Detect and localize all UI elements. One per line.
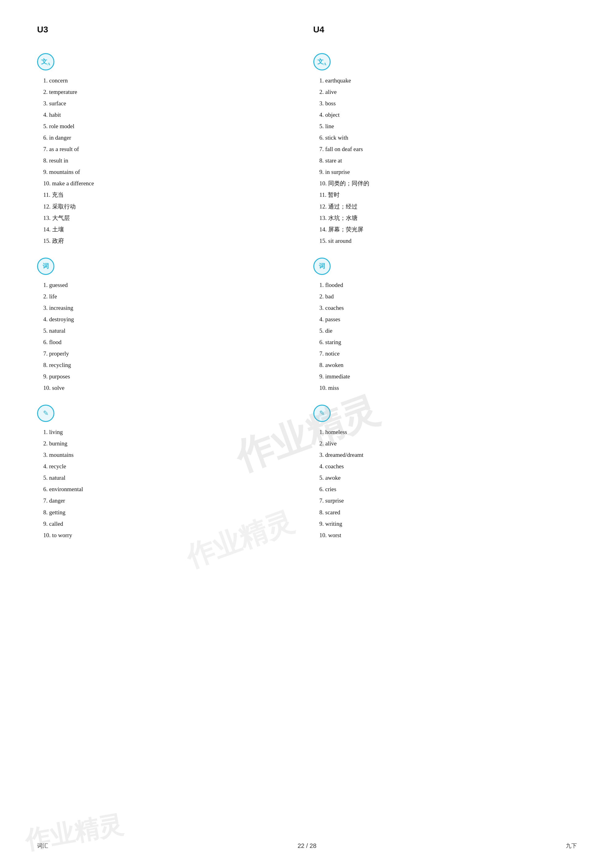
u4-wen-icon-wrapper: 文A: [313, 53, 565, 73]
u4-wen-icon-label: 文A: [317, 57, 326, 67]
list-item: 7. properly: [43, 348, 288, 359]
footer-pagination: 22 / 28: [298, 842, 316, 849]
u3-wen-icon-wrapper: 文A: [37, 53, 288, 73]
u4-ci-icon-wrapper: 词: [313, 257, 565, 277]
u3-write-section: ✎ 1. living 2. burning 3. mountains 4. r…: [37, 405, 288, 541]
u4-ci-icon: 词: [313, 257, 331, 275]
u3-wen-icon-label: 文A: [41, 57, 50, 67]
u4-column: 文A 1. earthquake 2. alive 3. boss 4. obj…: [301, 53, 577, 552]
u3-column: 文A 1. concern 2. temperature 3. surface …: [37, 53, 301, 552]
footer-grade: 九下: [566, 842, 577, 849]
list-item: 6. in danger: [43, 132, 288, 143]
u3-write-icon-label: ✎: [43, 409, 48, 417]
u4-wen-icon: 文A: [313, 53, 331, 70]
u4-ci-icon-label: 词: [319, 262, 325, 270]
main-columns: 文A 1. concern 2. temperature 3. surface …: [37, 53, 577, 552]
u4-wen-section: 文A 1. earthquake 2. alive 3. boss 4. obj…: [313, 53, 565, 246]
list-item: 6. stick with: [319, 132, 565, 143]
list-item: 5. die: [319, 325, 565, 336]
list-item: 3. mountains: [43, 449, 288, 460]
list-item: 2. bad: [319, 291, 565, 302]
header-row: U3 U4: [37, 25, 577, 47]
watermark-bottom: 作业精灵: [23, 808, 126, 858]
list-item: 11. 暂时: [319, 189, 565, 200]
footer-label: 词汇: [37, 842, 48, 849]
list-item: 3. coaches: [319, 302, 565, 313]
u3-wen-section: 文A 1. concern 2. temperature 3. surface …: [37, 53, 288, 246]
list-item: 2. burning: [43, 438, 288, 449]
list-item: 14. 土壤: [43, 224, 288, 235]
list-item: 6. staring: [319, 336, 565, 348]
list-item: 1. concern: [43, 75, 288, 86]
u3-ci-icon-wrapper: 词: [37, 257, 288, 277]
list-item: 6. cries: [319, 484, 565, 495]
u3-write-list: 1. living 2. burning 3. mountains 4. rec…: [37, 426, 288, 541]
list-item: 4. object: [319, 109, 565, 121]
list-item: 10. miss: [319, 382, 565, 394]
list-item: 3. dreamed/dreamt: [319, 449, 565, 460]
list-item: 9. in surprise: [319, 166, 565, 178]
list-item: 11. 充当: [43, 189, 288, 200]
u4-ci-list: 1. flooded 2. bad 3. coaches 4. passes 5…: [313, 279, 565, 394]
list-item: 1. guessed: [43, 279, 288, 291]
list-item: 1. flooded: [319, 279, 565, 291]
u4-write-section: ✎ 1. homeless 2. alive 3. dreamed/dreamt…: [313, 405, 565, 541]
list-item: 9. writing: [319, 518, 565, 529]
list-item: 8. awoken: [319, 359, 565, 370]
list-item: 8. stare at: [319, 155, 565, 166]
list-item: 5. natural: [43, 472, 288, 484]
list-item: 1. earthquake: [319, 75, 565, 86]
list-item: 4. destroying: [43, 313, 288, 325]
list-item: 9. purposes: [43, 370, 288, 382]
list-item: 10. worst: [319, 529, 565, 541]
list-item: 10. make a difference: [43, 178, 288, 189]
u4-write-icon-label: ✎: [319, 409, 325, 417]
list-item: 7. as a result of: [43, 143, 288, 155]
list-item: 7. danger: [43, 495, 288, 506]
list-item: 15. 政府: [43, 235, 288, 246]
u3-ci-list: 1. guessed 2. life 3. increasing 4. dest…: [37, 279, 288, 394]
list-item: 4. coaches: [319, 460, 565, 472]
list-item: 5. line: [319, 121, 565, 132]
list-item: 10. 同类的；同伴的: [319, 178, 565, 189]
list-item: 14. 屏幕；荧光屏: [319, 224, 565, 235]
list-item: 12. 通过；经过: [319, 201, 565, 212]
list-item: 4. passes: [319, 313, 565, 325]
list-item: 2. temperature: [43, 86, 288, 98]
list-item: 1. living: [43, 426, 288, 438]
u4-write-icon: ✎: [313, 405, 331, 422]
list-item: 15. sit around: [319, 235, 565, 246]
u3-ci-icon-label: 词: [43, 262, 49, 270]
u4-ci-section: 词 1. flooded 2. bad 3. coaches 4. passes…: [313, 257, 565, 394]
list-item: 8. getting: [43, 507, 288, 518]
list-item: 13. 大气层: [43, 212, 288, 224]
list-item: 10. to worry: [43, 529, 288, 541]
list-item: 6. environmental: [43, 484, 288, 495]
list-item: 3. surface: [43, 98, 288, 109]
list-item: 7. notice: [319, 348, 565, 359]
u3-ci-icon: 词: [37, 257, 54, 275]
list-item: 2. life: [43, 291, 288, 302]
u3-title: U3: [37, 25, 301, 35]
u4-title: U4: [313, 25, 577, 35]
list-item: 9. immediate: [319, 370, 565, 382]
list-item: 3. boss: [319, 98, 565, 109]
list-item: 8. recycling: [43, 359, 288, 370]
list-item: 7. surprise: [319, 495, 565, 506]
list-item: 2. alive: [319, 438, 565, 449]
u3-ci-section: 词 1. guessed 2. life 3. increasing 4. de…: [37, 257, 288, 394]
list-item: 12. 采取行动: [43, 201, 288, 212]
list-item: 2. alive: [319, 86, 565, 98]
list-item: 4. recycle: [43, 460, 288, 472]
list-item: 7. fall on deaf ears: [319, 143, 565, 155]
u3-wen-list: 1. concern 2. temperature 3. surface 4. …: [37, 75, 288, 246]
u4-wen-list: 1. earthquake 2. alive 3. boss 4. object…: [313, 75, 565, 246]
list-item: 5. natural: [43, 325, 288, 336]
list-item: 9. called: [43, 518, 288, 529]
list-item: 9. mountains of: [43, 166, 288, 178]
list-item: 6. flood: [43, 336, 288, 348]
list-item: 10. solve: [43, 382, 288, 394]
u4-write-icon-wrapper: ✎: [313, 405, 565, 425]
footer: 词汇 22 / 28 九下: [0, 842, 614, 849]
list-item: 4. habit: [43, 109, 288, 121]
